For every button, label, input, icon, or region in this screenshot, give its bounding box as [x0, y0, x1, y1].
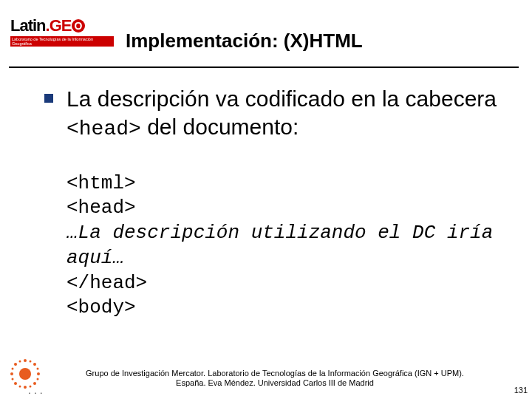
- bullet-text: La descripción va codificado en la cabec…: [66, 85, 502, 142]
- brand-text-o: O: [72, 19, 85, 33]
- footer-line-2: España. Eva Méndez. Universidad Carlos I…: [53, 378, 497, 389]
- svg-point-7: [14, 382, 17, 385]
- bullet-text-before: La descripción va codificado en la cabec…: [66, 86, 497, 111]
- svg-point-3: [10, 372, 13, 375]
- svg-point-6: [33, 363, 36, 366]
- brand-text-latin: Latin: [10, 16, 46, 35]
- bullet-mono: <head>: [66, 117, 141, 140]
- code-line-italic: …La descripción utilizando el DC iría aq…: [66, 221, 502, 271]
- ellipsis-icon: ...: [28, 384, 46, 396]
- svg-point-16: [37, 378, 39, 381]
- brand-logo: Latin.GEO Laboratorio de Tecnologías de …: [10, 16, 114, 47]
- svg-point-14: [12, 378, 14, 381]
- svg-point-15: [37, 368, 39, 370]
- slide-title: Implementación: (X)HTML: [126, 30, 363, 52]
- svg-point-5: [14, 363, 17, 366]
- svg-point-0: [19, 368, 31, 380]
- brand-text-g: G: [50, 16, 61, 35]
- footer-line-1: Grupo de Investigación Mercator. Laborat…: [53, 369, 497, 379]
- svg-point-2: [24, 386, 27, 389]
- code-line: <body>: [66, 296, 502, 321]
- footer: Grupo de Investigación Mercator. Laborat…: [53, 369, 497, 389]
- svg-point-11: [19, 386, 21, 388]
- svg-point-10: [30, 361, 32, 363]
- svg-point-4: [37, 372, 40, 375]
- bullet-square-icon: [44, 94, 53, 103]
- bullet-item: La descripción va codificado en la cabec…: [44, 85, 502, 142]
- bullet-text-after: del documento:: [141, 115, 299, 139]
- svg-point-1: [24, 359, 27, 362]
- divider: [9, 66, 519, 68]
- code-line: <html>: [66, 171, 502, 197]
- page-number: 131: [514, 386, 528, 395]
- svg-point-13: [12, 368, 14, 370]
- code-block: <html> <head> …La descripción utilizando…: [66, 171, 502, 321]
- brand-wordmark: Latin.GEO: [10, 16, 114, 35]
- svg-point-9: [19, 361, 21, 363]
- code-line: </head>: [66, 271, 502, 296]
- brand-subtitle: Laboratorio de Tecnologías de la Informa…: [10, 36, 114, 47]
- code-line: <head>: [66, 196, 502, 221]
- brand-text-e: E: [61, 16, 72, 35]
- slide-body: La descripción va codificado en la cabec…: [44, 85, 502, 321]
